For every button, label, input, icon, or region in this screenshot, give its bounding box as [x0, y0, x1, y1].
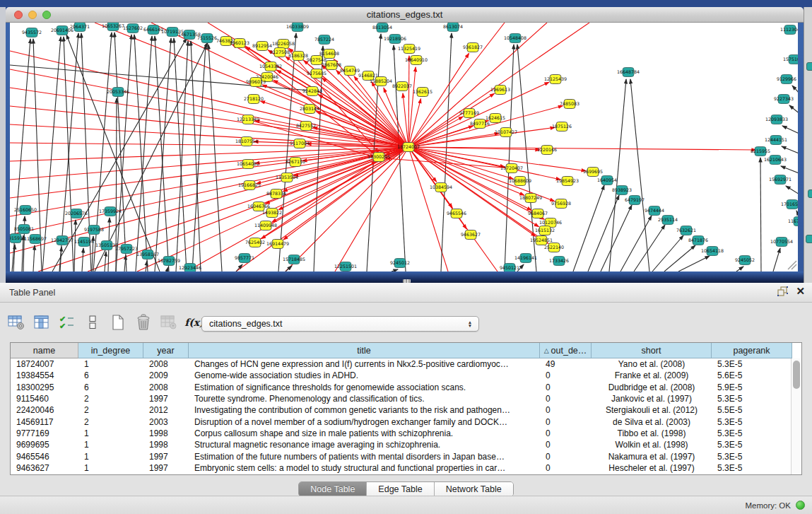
table-cell[interactable]: 0 [540, 394, 592, 404]
table-cell[interactable]: Hescheler et al. (1997) [592, 463, 712, 473]
graph-node[interactable]: 9756928 [551, 199, 571, 209]
graph-node[interactable]: 11409948 [254, 221, 277, 230]
table-cell[interactable]: 0 [540, 428, 592, 438]
graph-node[interactable]: 9699695 [583, 168, 603, 177]
table-cell[interactable]: 2 [78, 417, 143, 427]
graph-node[interactable]: 10653267 [102, 23, 124, 31]
graph-node[interactable]: 15720407 [500, 164, 523, 173]
table-cell[interactable]: Franke et al. (2009) [592, 370, 712, 380]
table-cell[interactable]: 1997 [143, 452, 189, 462]
table-cell[interactable]: Dudbridge et al. (2008) [592, 382, 712, 392]
table-cell[interactable]: 2 [78, 405, 143, 415]
column-header-in_degree[interactable]: in_degree [78, 343, 143, 358]
graph-node[interactable]: 2718120 [244, 95, 264, 104]
graph-node[interactable]: 16210643 [764, 156, 787, 165]
graph-node[interactable]: 7632621 [676, 226, 696, 235]
graph-node[interactable]: 1969613 [490, 86, 510, 95]
tab-network-table[interactable]: Network Table [435, 482, 513, 496]
table-cell[interactable]: 2008 [143, 382, 189, 392]
graph-node[interactable]: 9227343 [774, 95, 794, 104]
table-cell[interactable]: 1998 [143, 428, 189, 438]
graph-node[interactable]: 10543382 [259, 62, 282, 71]
graph-node[interactable]: 10654082 [237, 160, 259, 169]
table-cell[interactable]: Stergiakouli et al. (2012) [592, 405, 712, 415]
table-cell[interactable]: 1 [78, 440, 143, 450]
graph-node[interactable]: 16648784 [617, 68, 640, 77]
graph-node[interactable]: 11675334 [788, 217, 798, 226]
table-cell[interactable]: Wolkin et al. (1998) [592, 440, 712, 450]
graph-node[interactable]: 8938923 [612, 186, 632, 195]
graph-node[interactable]: 11568697 [24, 235, 47, 244]
graph-node[interactable]: 14196141 [514, 254, 537, 263]
graph-node[interactable]: 1527602 [123, 24, 143, 33]
graph-node[interactable]: 1640954 [597, 176, 617, 185]
table-cell[interactable]: 0 [540, 417, 592, 427]
graph-node[interactable]: 1733426 [549, 257, 569, 266]
table-row[interactable]: 2242004622012Investigating the contribut… [11, 404, 792, 416]
table-cell[interactable]: 1997 [143, 463, 189, 473]
graph-node[interactable]: 9245052 [735, 256, 755, 265]
graph-node[interactable]: 19218906 [384, 35, 406, 44]
table-cell[interactable]: 22420046 [11, 405, 78, 415]
table-cell[interactable]: 9777169 [11, 428, 78, 438]
graph-node[interactable]: 12251501 [334, 262, 357, 271]
panel-splitter-handle[interactable] [403, 279, 411, 283]
row-height-icon[interactable] [82, 313, 103, 332]
table-cell[interactable]: 9699695 [11, 440, 78, 450]
table-cell[interactable]: Embryonic stem cells: a model to study s… [189, 463, 540, 473]
vertical-scrollbar[interactable] [791, 358, 801, 474]
graph-node[interactable]: 7625402 [245, 238, 265, 247]
table-cell[interactable]: 1 [78, 463, 143, 473]
column-visibility-icon[interactable] [31, 313, 52, 332]
column-header-year[interactable]: year [143, 343, 189, 358]
table-cell[interactable]: Corpus callosum shape and size in male p… [189, 428, 540, 438]
table-cell[interactable]: Tibbo et al. (1998) [592, 428, 712, 438]
graph-node[interactable]: 6479197 [625, 196, 645, 205]
scrollbar-thumb[interactable] [793, 361, 800, 389]
table-cell[interactable]: 2008 [143, 359, 189, 369]
graph-node[interactable]: 8215955 [751, 147, 770, 156]
graph-node[interactable]: 10654118 [701, 247, 724, 256]
graph-node[interactable]: 1493822 [262, 209, 282, 218]
table-cell[interactable]: 18724007 [11, 359, 78, 369]
graph-node[interactable]: 8613074 [443, 23, 463, 32]
table-cell[interactable]: 9115460 [11, 394, 78, 404]
graph-node[interactable]: 17016504 [781, 200, 798, 209]
table-row[interactable]: 1938455462009Genome-wide association stu… [11, 370, 792, 381]
graph-node[interactable]: 15692971 [769, 175, 792, 185]
table-cell[interactable]: 5.3E-5 [712, 428, 792, 438]
graph-node[interactable]: 9197588 [84, 226, 104, 235]
graph-node[interactable]: 8497716 [470, 119, 490, 129]
float-panel-icon[interactable] [777, 286, 789, 296]
graph-node[interactable]: 12093833 [765, 115, 788, 124]
graph-node[interactable]: 16782759 [158, 257, 180, 266]
table-cell[interactable]: Changes of HCN gene expression and I(f) … [189, 359, 540, 369]
table-cell[interactable]: 5.6E-5 [712, 370, 792, 380]
graph-node[interactable]: 6466140 [143, 25, 163, 35]
graph-node[interactable]: 18807249 [519, 194, 542, 203]
table-cell[interactable]: 0 [540, 463, 592, 473]
graph-node[interactable]: 2867608 [322, 61, 341, 70]
graph-node[interactable]: 9127508 [270, 48, 290, 57]
graph-node[interactable]: 1615132 [535, 226, 555, 235]
table-cell[interactable]: 19384554 [11, 370, 78, 380]
graph-node[interactable]: 7857224 [314, 35, 334, 45]
table-cell[interactable]: 1997 [143, 394, 189, 404]
graph-node[interactable]: 1875126 [552, 122, 572, 132]
table-cell[interactable]: 5.5E-5 [712, 405, 792, 415]
table-cell[interactable]: 6 [78, 382, 143, 392]
table-cell[interactable]: 5.3E-5 [712, 394, 792, 404]
graph-node[interactable]: 18640910 [405, 56, 428, 65]
table-cell[interactable]: 9463627 [11, 463, 78, 473]
table-cell[interactable]: 2 [78, 394, 143, 404]
table-cell[interactable]: 1 [78, 428, 143, 438]
graph-node[interactable]: 2803144 [300, 105, 319, 114]
graph-node[interactable]: 15751074 [783, 55, 798, 64]
graph-node[interactable]: 2522140 [544, 243, 564, 252]
graph-node[interactable]: 18107554 [235, 137, 258, 146]
graph-node[interactable]: 9450121 [500, 264, 519, 272]
graph-node[interactable]: 2935114 [658, 216, 678, 225]
new-table-icon[interactable] [107, 313, 129, 332]
graph-node[interactable]: 12125439 [544, 75, 567, 84]
import-table-icon[interactable] [158, 313, 180, 332]
